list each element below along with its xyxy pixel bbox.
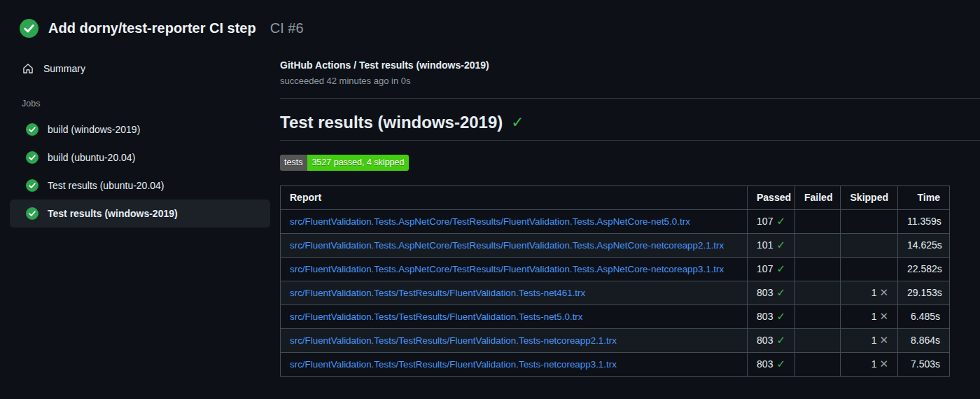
sidebar: Summary Jobs build (windows-2019)build (… (0, 51, 280, 227)
skipped-cell: 1✕ (841, 352, 898, 376)
failed-cell (795, 233, 841, 257)
passed-cell: 803✓ (748, 352, 795, 376)
job-label: Test results (windows-2019) (48, 208, 178, 219)
heading-check-icon: ✓ (511, 113, 524, 132)
cell-value: 22.582s (907, 263, 942, 274)
tests-badge-label: tests (280, 155, 307, 171)
time-cell: 14.625s (898, 233, 950, 257)
report-cell: src/FluentValidation.Tests/TestResults/F… (281, 281, 748, 304)
report-cell: src/FluentValidation.Tests.AspNetCore/Te… (281, 257, 748, 281)
time-cell: 6.485s (898, 304, 950, 328)
pass-check-icon: ✓ (776, 358, 785, 370)
pass-check-icon: ✓ (776, 239, 785, 251)
report-link[interactable]: src/FluentValidation.Tests/TestResults/F… (290, 312, 583, 322)
passed-cell: 803✓ (748, 281, 795, 304)
tests-badge: tests 3527 passed, 4 skipped (280, 155, 409, 171)
time-cell: 11.359s (898, 209, 950, 233)
cell-value: 14.625s (907, 239, 942, 251)
skipped-cell: 1✕ (841, 304, 898, 328)
section-heading: Test results (windows-2019) ✓ (280, 113, 980, 132)
sidebar-job-item[interactable]: build (ubuntu-20.04) (10, 144, 270, 172)
job-status-line: succeeded 42 minutes ago in 0s (280, 76, 980, 86)
main-content: GitHub Actions / Test results (windows-2… (280, 51, 980, 377)
run-title: Add dorny/test-reporter CI step (48, 20, 256, 36)
failed-cell (795, 352, 841, 376)
passed-cell: 107✓ (748, 209, 795, 233)
pass-check-icon: ✓ (776, 262, 785, 274)
cell-value: 11.359s (907, 216, 941, 227)
job-breadcrumb: GitHub Actions / Test results (windows-2… (280, 59, 980, 71)
run-status-check-circle-icon (20, 19, 38, 38)
run-number: CI #6 (270, 20, 304, 36)
job-label: build (windows-2019) (48, 124, 140, 135)
failed-cell (795, 304, 841, 328)
cell-value: 107 (757, 216, 773, 227)
cell-value: 1 (872, 311, 877, 322)
cell-value: 1 (872, 335, 877, 346)
cell-value: 107 (757, 263, 773, 274)
skipped-x-icon: ✕ (879, 334, 888, 346)
report-cell: src/FluentValidation.Tests/TestResults/F… (281, 352, 748, 376)
report-cell: src/FluentValidation.Tests/TestResults/F… (281, 304, 748, 328)
pass-check-icon: ✓ (776, 334, 785, 346)
report-link[interactable]: src/FluentValidation.Tests.AspNetCore/Te… (290, 240, 724, 251)
table-row: src/FluentValidation.Tests/TestResults/F… (281, 281, 950, 304)
failed-cell (795, 257, 841, 281)
skipped-x-icon: ✕ (879, 310, 888, 322)
report-link[interactable]: src/FluentValidation.Tests/TestResults/F… (290, 335, 617, 346)
sidebar-item-summary[interactable]: Summary (0, 55, 280, 82)
test-results-table: ReportPassedFailedSkippedTime src/Fluent… (280, 186, 950, 377)
job-success-check-icon (26, 151, 38, 164)
divider (280, 98, 980, 99)
cell-value: 803 (757, 335, 773, 346)
passed-cell: 803✓ (748, 304, 795, 328)
passed-cell: 107✓ (748, 257, 795, 281)
pass-check-icon: ✓ (776, 286, 785, 298)
job-success-check-icon (26, 123, 38, 136)
divider (280, 140, 980, 141)
cell-value: 1 (872, 358, 877, 370)
failed-cell (795, 328, 841, 352)
report-cell: src/FluentValidation.Tests.AspNetCore/Te… (281, 233, 748, 257)
table-row: src/FluentValidation.Tests.AspNetCore/Te… (281, 257, 950, 281)
failed-cell (795, 281, 841, 304)
sidebar-job-item[interactable]: build (windows-2019) (10, 115, 270, 144)
report-link[interactable]: src/FluentValidation.Tests.AspNetCore/Te… (290, 216, 690, 227)
passed-cell: 803✓ (748, 328, 795, 352)
passed-cell: 101✓ (748, 233, 795, 257)
skipped-x-icon: ✕ (879, 286, 888, 298)
cell-value: 6.485s (911, 311, 940, 322)
table-body: src/FluentValidation.Tests.AspNetCore/Te… (281, 209, 950, 376)
sidebar-job-item[interactable]: Test results (windows-2019) (10, 200, 270, 227)
pass-check-icon: ✓ (776, 310, 785, 322)
table-header-row: ReportPassedFailedSkippedTime (281, 186, 950, 209)
report-cell: src/FluentValidation.Tests/TestResults/F… (281, 328, 748, 352)
report-cell: src/FluentValidation.Tests.AspNetCore/Te… (281, 209, 748, 233)
cell-value: 101 (757, 239, 773, 251)
table-row: src/FluentValidation.Tests/TestResults/F… (281, 328, 950, 352)
job-success-check-icon (26, 207, 38, 220)
skipped-cell (841, 257, 898, 281)
failed-cell (795, 209, 841, 233)
time-cell: 29.153s (898, 281, 950, 304)
report-link[interactable]: src/FluentValidation.Tests.AspNetCore/Te… (290, 264, 724, 274)
cell-value: 8.864s (911, 335, 940, 346)
time-cell: 7.503s (898, 352, 950, 376)
report-link[interactable]: src/FluentValidation.Tests/TestResults/F… (290, 359, 617, 370)
cell-value: 1 (872, 287, 877, 298)
skipped-cell: 1✕ (841, 328, 898, 352)
time-cell: 8.864s (898, 328, 950, 352)
column-header-time: Time (898, 186, 950, 209)
table-row: src/FluentValidation.Tests/TestResults/F… (281, 352, 950, 376)
table-row: src/FluentValidation.Tests/TestResults/F… (281, 304, 950, 328)
sidebar-job-item[interactable]: Test results (ubuntu-20.04) (10, 172, 270, 200)
pass-check-icon: ✓ (776, 215, 785, 227)
job-success-check-icon (26, 179, 38, 192)
skipped-cell (841, 233, 898, 257)
job-label: Test results (ubuntu-20.04) (48, 180, 164, 191)
jobs-list: build (windows-2019)build (ubuntu-20.04)… (0, 115, 280, 227)
section-heading-text: Test results (windows-2019) (280, 113, 503, 132)
report-link[interactable]: src/FluentValidation.Tests/TestResults/F… (290, 288, 585, 298)
tests-badge-value: 3527 passed, 4 skipped (307, 155, 409, 171)
time-cell: 22.582s (898, 257, 950, 281)
